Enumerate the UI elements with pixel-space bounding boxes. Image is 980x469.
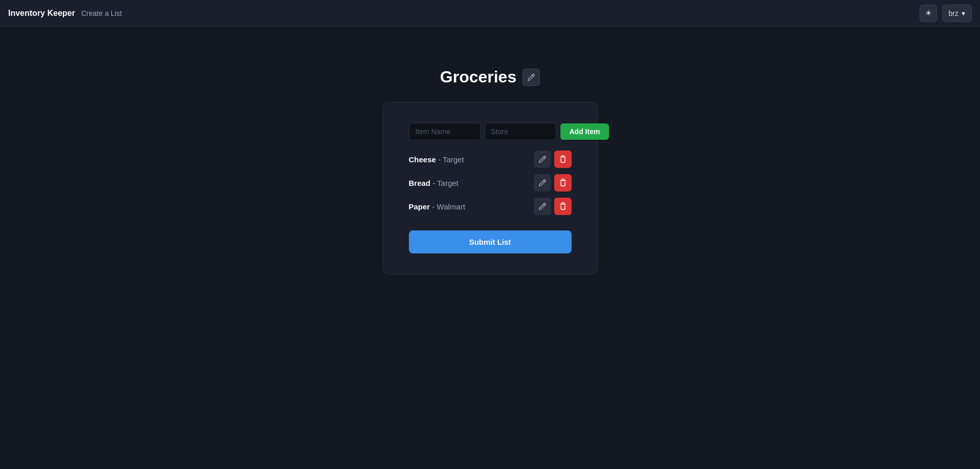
item-store: - Target: [438, 155, 464, 164]
chevron-down-icon: ▾: [962, 9, 965, 17]
edit-icon: [538, 179, 547, 187]
list-item: Paper - Walmart: [409, 198, 572, 215]
edit-icon: [538, 155, 547, 163]
main-card: Add Item Cheese - Target: [383, 102, 598, 274]
item-actions: [534, 151, 572, 168]
create-list-link[interactable]: Create a List: [81, 9, 122, 17]
list-item: Bread - Target: [409, 174, 572, 191]
list-item: Cheese - Target: [409, 151, 572, 168]
item-store: - Target: [432, 179, 459, 187]
trash-icon: [559, 155, 567, 163]
delete-item-button[interactable]: [554, 151, 572, 168]
add-item-row: Add Item: [409, 123, 572, 140]
item-name: Paper: [409, 202, 430, 211]
trash-icon: [559, 179, 567, 187]
item-name-input[interactable]: [409, 123, 481, 140]
delete-item-button[interactable]: [554, 198, 572, 215]
item-actions: [534, 198, 572, 215]
edit-title-button[interactable]: [522, 69, 540, 86]
navbar-left: Inventory Keeper Create a List: [8, 9, 122, 18]
edit-icon: [538, 202, 547, 210]
navbar: Inventory Keeper Create a List ☀ brz ▾: [0, 0, 980, 27]
edit-item-button[interactable]: [534, 198, 551, 215]
item-name-store: Bread - Target: [409, 179, 459, 187]
item-name: Cheese: [409, 155, 436, 164]
item-store: - Walmart: [432, 202, 465, 211]
trash-icon: [559, 202, 567, 210]
user-menu-button[interactable]: brz ▾: [942, 5, 972, 22]
navbar-right: ☀ brz ▾: [920, 5, 972, 22]
store-input[interactable]: [485, 123, 556, 140]
theme-toggle-button[interactable]: ☀: [920, 5, 937, 22]
edit-item-button[interactable]: [534, 174, 551, 191]
item-name-store: Cheese - Target: [409, 155, 464, 164]
edit-icon: [527, 73, 535, 81]
page-title: Groceries: [440, 68, 516, 87]
submit-list-button[interactable]: Submit List: [409, 230, 572, 253]
main-content: Groceries Add Item Cheese - Target: [0, 27, 980, 274]
items-list: Cheese - Target Bread - Target: [409, 151, 572, 215]
item-name-store: Paper - Walmart: [409, 202, 465, 211]
delete-item-button[interactable]: [554, 174, 572, 191]
add-item-button[interactable]: Add Item: [560, 123, 609, 140]
edit-item-button[interactable]: [534, 151, 551, 168]
user-label: brz: [949, 9, 959, 17]
item-actions: [534, 174, 572, 191]
page-title-row: Groceries: [440, 68, 540, 87]
sun-icon: ☀: [925, 8, 932, 18]
app-brand: Inventory Keeper: [8, 9, 75, 18]
item-name: Bread: [409, 179, 431, 187]
